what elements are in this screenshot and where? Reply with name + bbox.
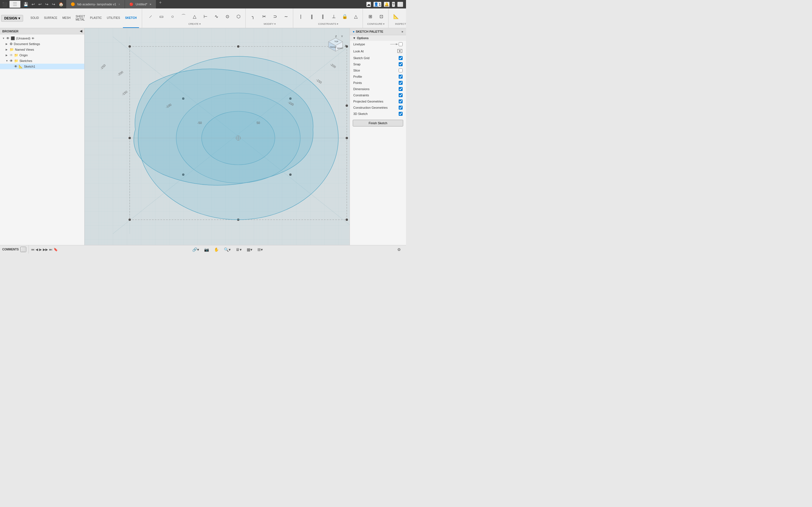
parallel-tool[interactable]: ∥	[318, 11, 328, 22]
canvas-area[interactable]: -200 -200 -150 -150 -100 -100 -50 50 -25…	[85, 28, 350, 245]
tab-lampshade[interactable]: 🟠 fab academy- lampshade v1 ×	[66, 0, 125, 8]
tree-item-unsaved[interactable]: ▼ 👁 ⬛ (Unsaved) 👁	[0, 36, 84, 41]
timeline-first-button[interactable]: ⏮	[31, 247, 35, 251]
inspect-tool1[interactable]: 📐	[391, 11, 401, 22]
notifications-button[interactable]: 🔔	[384, 2, 390, 7]
3d-sketch-checkbox[interactable]	[399, 112, 403, 116]
linetype-preview[interactable]	[390, 42, 403, 47]
timeline-play-button[interactable]: ▶	[39, 247, 42, 251]
snap-checkbox[interactable]	[399, 62, 403, 66]
extend-tool[interactable]: ⊃	[270, 11, 280, 22]
tab1-label: fab academy- lampshade v1	[77, 3, 116, 6]
nav-mesh[interactable]: MESH	[60, 8, 73, 28]
undo2-button[interactable]: ↩	[37, 1, 43, 7]
settings-gear-button[interactable]: ⚙	[397, 247, 404, 252]
equal-tool[interactable]: △	[351, 11, 361, 22]
rect-tool[interactable]: ▭	[156, 11, 167, 22]
palette-finish-sketch-button[interactable]: Finish Sketch	[353, 120, 403, 126]
new-tab-button[interactable]: +	[156, 0, 164, 8]
toggle-unsaved[interactable]: ▼	[2, 37, 6, 40]
profile-checkbox[interactable]	[399, 75, 403, 78]
browser-collapse-button[interactable]: ◀	[80, 29, 82, 33]
save-button[interactable]: 💾	[22, 1, 29, 7]
tree-item-sketches[interactable]: ▼ 👁 📁 Sketches	[0, 58, 84, 64]
perpendicular-tool[interactable]: ⊥	[329, 11, 339, 22]
triangle-tool[interactable]: △	[190, 11, 200, 22]
tree-item-doc-settings[interactable]: ▶ ⚙ Document Settings	[0, 41, 84, 47]
tree-item-origin[interactable]: ▶ 👁 📁 Origin	[0, 52, 84, 58]
svg-point-15	[128, 218, 131, 221]
help-button[interactable]: ?	[392, 2, 395, 7]
arc-tool[interactable]: ⌒	[179, 11, 189, 22]
undo-button[interactable]: ↩	[31, 1, 36, 7]
projected-geom-checkbox[interactable]	[399, 100, 403, 103]
cloud-button[interactable]: ☁	[366, 2, 371, 7]
toggle-origin[interactable]: ▶	[6, 54, 9, 57]
tree-item-named-views[interactable]: ▶ 📁 Named Views	[0, 47, 84, 52]
redo-button[interactable]: ↪	[44, 1, 50, 7]
slot-tool[interactable]: ⊢	[200, 11, 211, 22]
timeline-next-button[interactable]: ▶▶	[43, 247, 48, 251]
dimensions-checkbox[interactable]	[399, 87, 403, 91]
tab-untitled[interactable]: 🔴 Untitled* ×	[125, 0, 156, 8]
toggle-named-views[interactable]: ▶	[6, 48, 9, 51]
titlebar-right: ☁ 👤1 🔔 ? ⬜	[363, 2, 406, 7]
comments-collapse-button[interactable]: ⬜	[20, 247, 26, 252]
camera-button[interactable]: 📷	[203, 247, 210, 252]
home-button[interactable]: 🏠	[57, 1, 64, 7]
nav-plastic[interactable]: PLASTIC	[88, 8, 104, 28]
grid-button[interactable]: ⊞▾	[256, 247, 264, 252]
slice-checkbox[interactable]	[399, 68, 403, 72]
redo2-button[interactable]: ↪	[51, 1, 56, 7]
linetype-checkbox[interactable]	[399, 42, 403, 46]
menu-button[interactable]: ☰	[9, 1, 20, 8]
nav-sheetmetal[interactable]: SHEET METAL	[73, 8, 87, 28]
timeline-last-button[interactable]: ⏭	[49, 247, 52, 251]
collinear-tool[interactable]: ‖	[307, 11, 317, 22]
viewcube[interactable]: Y Z X TOP FRONT RIGHT	[324, 34, 347, 56]
coincident-tool[interactable]: |	[296, 11, 306, 22]
palette-option-sketch-grid: Sketch Grid	[350, 55, 406, 61]
zoom-button[interactable]: 🔍▾	[222, 247, 232, 252]
line-tool[interactable]: ⟋	[146, 11, 156, 22]
layout-button[interactable]: ▦▾	[245, 247, 254, 252]
tab2-close[interactable]: ×	[150, 3, 151, 6]
construction-geom-checkbox[interactable]	[399, 106, 403, 110]
design-button[interactable]: DESIGN ▾	[1, 15, 23, 22]
break-tool[interactable]: ∼	[281, 11, 291, 22]
configure-section: ⊞ ⊡ CONFIGURE ▾	[364, 8, 389, 28]
palette-options-section[interactable]: ▼ Options	[350, 35, 406, 41]
projected-geom-label: Projected Geometries	[353, 100, 383, 103]
tab1-close[interactable]: ×	[118, 3, 120, 6]
nav-utilities[interactable]: UTILITIES	[105, 8, 122, 28]
nav-solid[interactable]: SOLID	[28, 8, 41, 28]
user-count-button[interactable]: 👤1	[373, 2, 381, 7]
timeline-marker-button[interactable]: 🔖	[54, 247, 58, 251]
trim-tool[interactable]: ✂	[259, 11, 269, 22]
nav-surface[interactable]: SURFACE	[42, 8, 59, 28]
constraints-checkbox[interactable]	[399, 93, 403, 97]
sketch-grid-checkbox[interactable]	[399, 56, 403, 60]
configure-tool1[interactable]: ⊞	[365, 11, 375, 22]
window-button[interactable]: ⬜	[397, 2, 403, 7]
pan-button[interactable]: ✋	[213, 247, 220, 252]
points-checkbox[interactable]	[399, 81, 403, 85]
ellipse-tool[interactable]: ⊙	[222, 11, 233, 22]
nav-sketch[interactable]: SKETCH	[123, 8, 139, 28]
fillet-tool[interactable]: ╮	[248, 11, 258, 22]
inspect-tool2[interactable]: ≡	[402, 11, 406, 22]
lookat-icon[interactable]	[397, 49, 403, 54]
tree-item-sketch1[interactable]: ▶ 👁 📐 Sketch1	[0, 64, 84, 69]
spline-tool[interactable]: ∿	[211, 11, 221, 22]
toggle-sketches[interactable]: ▼	[6, 59, 9, 62]
polygon-tool[interactable]: ⬡	[234, 11, 244, 22]
snap-settings-button[interactable]: 🔗▾	[191, 247, 200, 252]
circle-tool[interactable]: ○	[167, 11, 177, 22]
lock-tool[interactable]: 🔒	[340, 11, 350, 22]
palette-expand-icon[interactable]: »	[402, 30, 403, 33]
configure-tool2[interactable]: ⊡	[376, 11, 387, 22]
toggle-doc-settings[interactable]: ▶	[6, 43, 9, 45]
display-mode-button[interactable]: 🖥▾	[234, 247, 243, 252]
timeline-prev-button[interactable]: ◀	[36, 247, 38, 251]
eye-strikethrough-icon: 👁	[10, 53, 13, 57]
